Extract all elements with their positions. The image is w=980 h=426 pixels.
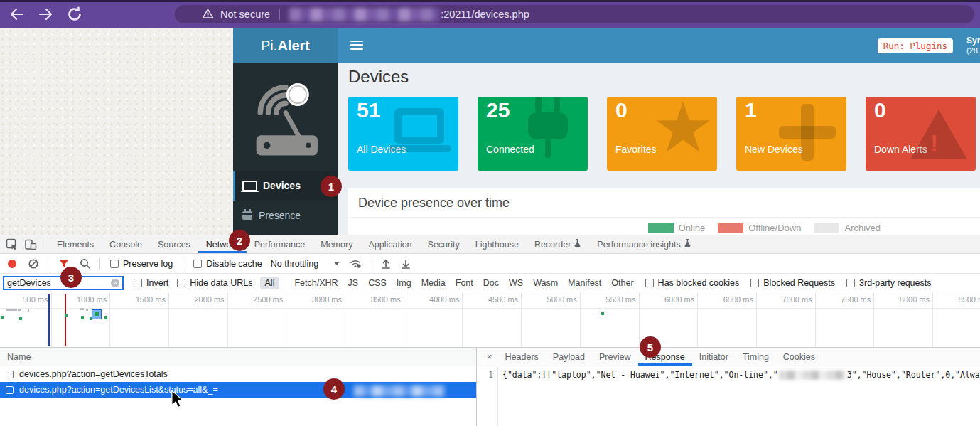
filter-type-img[interactable]: Img — [397, 278, 411, 288]
timeline-gridline — [580, 292, 581, 348]
not-secure-warning-icon — [202, 8, 214, 21]
annotation-badge-4: 4 — [323, 378, 345, 400]
card-connected[interactable]: 25 Connected — [478, 97, 588, 171]
app-content: Devices 51 All Devices 25 Connected — [338, 63, 980, 235]
timeline-gridline — [109, 292, 110, 348]
app-logo[interactable]: Pi.Alert — [233, 28, 338, 63]
back-button[interactable] — [9, 6, 26, 23]
tab-performance[interactable]: Performance — [247, 235, 313, 253]
timeline-gridline — [462, 292, 463, 348]
import-har-icon[interactable] — [380, 258, 392, 270]
reload-button[interactable] — [66, 6, 83, 23]
search-icon[interactable] — [80, 258, 91, 270]
card-new-devices[interactable]: 1 New Devices — [736, 97, 846, 171]
network-timeline[interactable]: 500 ms1000 ms1500 ms2000 ms2500 ms3000 m… — [0, 292, 980, 348]
tab-initiator[interactable]: Initiator — [692, 348, 736, 366]
filter-type-js[interactable]: JS — [348, 278, 359, 288]
tab-lighthouse[interactable]: Lighthouse — [468, 235, 527, 253]
card-down-alerts[interactable]: 0 Down Alerts ! — [866, 97, 976, 171]
run-plugins-button[interactable]: Run: Plugins — [878, 38, 953, 53]
row-checkbox[interactable] — [6, 371, 14, 378]
experiment-flask-icon — [684, 239, 691, 250]
clear-filter-icon[interactable] — [111, 279, 119, 287]
tab-timing[interactable]: Timing — [736, 348, 776, 366]
request-details-pane: × Headers Payload Preview Response Initi… — [476, 348, 980, 426]
tab-security[interactable]: Security — [420, 235, 468, 253]
filter-type-css[interactable]: CSS — [368, 278, 387, 288]
filter-type-all[interactable]: All — [260, 277, 280, 289]
hide-data-urls-checkbox[interactable] — [177, 279, 185, 287]
request-name: devices.php?action=getDevicesTotals — [19, 369, 168, 379]
tab-sources[interactable]: Sources — [150, 235, 198, 253]
forward-button[interactable] — [37, 6, 54, 23]
device-toolbar-icon[interactable] — [24, 238, 37, 251]
tab-console[interactable]: Console — [102, 235, 150, 253]
tab-performance-insights[interactable]: Performance insights — [589, 235, 699, 253]
throttling-select[interactable]: No throttling — [271, 259, 340, 269]
has-blocked-cookies-label: Has blocked cookies — [658, 278, 740, 288]
tab-preview[interactable]: Preview — [592, 348, 637, 366]
close-icon[interactable]: × — [477, 351, 498, 362]
blocked-requests-checkbox[interactable] — [750, 279, 759, 287]
sidebar-toggle-icon[interactable] — [350, 41, 363, 50]
sidebar-item-presence[interactable]: Presence — [233, 201, 338, 230]
clear-icon[interactable] — [28, 258, 39, 270]
request-dot — [81, 316, 84, 319]
legend-online-swatch — [648, 223, 674, 233]
page-background-texture — [0, 28, 233, 235]
invert-label: Invert — [146, 278, 168, 288]
filter-type-media[interactable]: Media — [421, 278, 446, 288]
timeline-gridline — [227, 292, 228, 348]
timeline-gridline — [873, 292, 874, 348]
blurred-query-value — [354, 385, 445, 397]
annotation-badge-5: 5 — [640, 336, 661, 358]
card-all-devices[interactable]: 51 All Devices — [348, 97, 458, 171]
tab-payload[interactable]: Payload — [546, 348, 592, 366]
filter-type-other[interactable]: Other — [611, 278, 633, 288]
card-favorites[interactable]: 0 Favorites ★ — [607, 97, 717, 171]
card-value: 25 — [486, 98, 510, 122]
tab-cookies[interactable]: Cookies — [776, 348, 822, 366]
tab-elements[interactable]: Elements — [49, 235, 102, 253]
legend-online-label: Online — [679, 223, 706, 233]
toolbar-separator — [99, 258, 100, 270]
toolbar-separator — [284, 277, 284, 289]
export-har-icon[interactable] — [400, 258, 411, 270]
filter-type-fetch-xhr[interactable]: Fetch/XHR — [294, 278, 338, 288]
tab-recorder[interactable]: Recorder — [527, 235, 589, 253]
request-row-totals[interactable]: devices.php?action=getDevicesTotals — [0, 366, 476, 382]
third-party-requests-checkbox[interactable] — [846, 279, 855, 287]
row-checkbox[interactable] — [6, 386, 14, 394]
invert-checkbox[interactable] — [134, 279, 142, 287]
toolbar-separator — [370, 258, 370, 270]
record-button[interactable] — [8, 260, 16, 268]
address-bar[interactable]: Not secure :20211/devices.php — [175, 5, 974, 23]
timeline-tick-label: 4000 ms — [406, 295, 459, 304]
filter-type-wasm[interactable]: Wasm — [533, 278, 558, 288]
network-conditions-icon[interactable] — [350, 258, 361, 270]
waterfall-bar — [18, 309, 21, 311]
response-body: 1 {"data":[["laptop","Net - Huawei","Int… — [477, 366, 980, 426]
requests-name-header[interactable]: Name — [0, 348, 476, 366]
devices-laptop-icon — [242, 181, 257, 191]
details-tab-bar: × Headers Payload Preview Response Initi… — [477, 348, 980, 366]
toolbar-separator — [43, 239, 43, 250]
filter-type-ws[interactable]: WS — [509, 278, 523, 288]
navbar-user-label[interactable]: Syn (28, — [966, 36, 980, 56]
filter-type-font[interactable]: Font — [456, 278, 473, 288]
tab-headers[interactable]: Headers — [498, 348, 546, 366]
card-value: 0 — [874, 98, 886, 122]
filter-type-manifest[interactable]: Manifest — [568, 278, 601, 288]
has-blocked-cookies-checkbox[interactable] — [645, 279, 654, 287]
preserve-log-checkbox[interactable] — [110, 260, 119, 268]
app-sidebar: Devices Presence — [233, 63, 338, 235]
disable-cache-checkbox[interactable] — [193, 260, 202, 268]
filter-type-doc[interactable]: Doc — [483, 278, 499, 288]
filter-input-value: getDevices — [7, 278, 51, 288]
tab-application[interactable]: Application — [360, 235, 419, 253]
inspect-element-icon[interactable] — [6, 238, 18, 251]
tab-recorder-label: Recorder — [534, 240, 571, 250]
timeline-gridline — [286, 292, 286, 348]
brand-prefix: Pi. — [261, 38, 277, 54]
tab-memory[interactable]: Memory — [313, 235, 360, 253]
